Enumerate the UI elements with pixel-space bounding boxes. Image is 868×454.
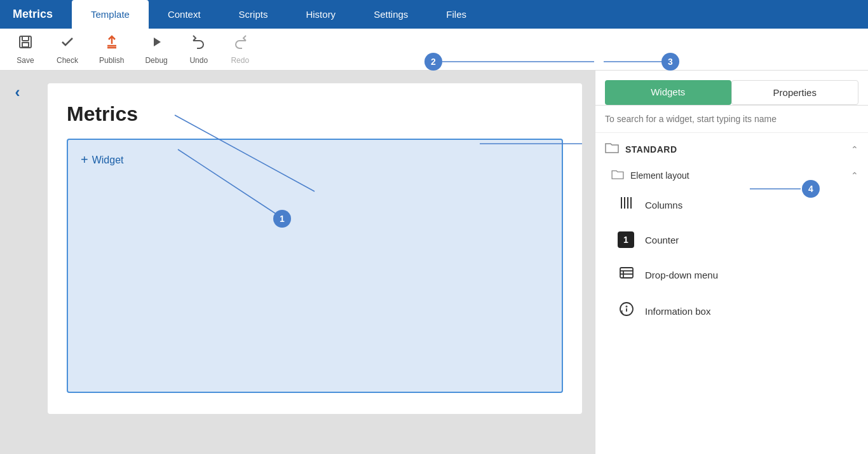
nav-tab-context[interactable]: Context — [149, 0, 220, 29]
svg-rect-1 — [22, 36, 29, 41]
tab-properties[interactable]: Properties — [731, 80, 859, 105]
save-button[interactable]: Save — [6, 29, 44, 70]
widget-item-info-box[interactable]: Information box — [611, 292, 858, 329]
debug-label: Debug — [145, 56, 167, 65]
widget-item-counter[interactable]: 1 Counter — [611, 223, 858, 257]
app-title: Metrics — [6, 8, 72, 21]
page-canvas: Metrics 1 2 + Widget — [48, 83, 582, 414]
undo-label: Undo — [189, 56, 208, 65]
nav-tab-settings[interactable]: Settings — [355, 0, 427, 29]
info-box-icon — [618, 301, 635, 320]
debug-icon — [149, 34, 164, 53]
standard-collapse-icon: ⌃ — [851, 144, 858, 155]
nav-tab-files[interactable]: Files — [427, 0, 485, 29]
svg-rect-2 — [22, 43, 29, 47]
counter-icon: 1 — [618, 231, 635, 248]
annotation-bubble-4-global: 4 — [802, 180, 820, 198]
widget-name-info-box: Information box — [645, 306, 710, 317]
standard-section: STANDARD ⌃ Element layout ⌃ — [595, 133, 868, 329]
page-title: Metrics — [67, 102, 563, 126]
debug-button[interactable]: Debug — [136, 29, 176, 70]
element-layout-title: Element layout — [630, 170, 689, 181]
add-widget-button[interactable]: + Widget — [81, 153, 123, 167]
columns-icon — [618, 196, 635, 214]
top-navigation: Metrics Template Context Scripts History… — [0, 0, 868, 29]
nav-tab-history[interactable]: History — [287, 0, 355, 29]
check-icon — [60, 34, 75, 53]
standard-section-header[interactable]: STANDARD ⌃ — [605, 133, 858, 163]
canvas-area: Metrics 1 2 + Widget — [35, 71, 595, 454]
nav-tab-scripts[interactable]: Scripts — [220, 0, 287, 29]
publish-label: Publish — [99, 56, 124, 65]
back-button[interactable]: ‹ — [0, 71, 35, 454]
redo-button[interactable]: Redo — [221, 29, 259, 70]
svg-point-20 — [627, 306, 627, 307]
save-label: Save — [17, 56, 34, 65]
redo-label: Redo — [231, 56, 249, 65]
check-button[interactable]: Check — [48, 29, 87, 70]
widget-name-counter: Counter — [645, 235, 679, 245]
nav-tab-template[interactable]: Template — [72, 0, 149, 29]
save-icon — [18, 34, 33, 53]
widget-name-dropdown: Drop-down menu — [645, 270, 718, 280]
check-label: Check — [57, 56, 78, 65]
redo-icon — [233, 34, 248, 53]
svg-rect-14 — [620, 268, 633, 278]
widget-search-container — [595, 106, 868, 133]
plus-icon: + — [81, 153, 88, 167]
standard-section-header-left: STANDARD — [605, 142, 677, 156]
undo-button[interactable]: Undo — [180, 29, 218, 70]
widget-list: Columns 1 Counter — [611, 187, 858, 329]
svg-marker-6 — [154, 38, 161, 46]
widget-item-columns[interactable]: Columns — [611, 187, 858, 223]
standard-section-title: STANDARD — [625, 144, 677, 155]
widget-drop-zone[interactable]: + Widget — [67, 139, 563, 393]
standard-folder-icon — [605, 142, 619, 156]
annotation-bubble-2-global: 2 — [424, 53, 442, 71]
undo-icon — [191, 34, 207, 53]
main-area: ‹ Metrics 1 2 + — [0, 71, 868, 454]
back-chevron-icon: ‹ — [15, 83, 20, 101]
panel-tab-bar: Widgets Properties — [595, 71, 868, 106]
widget-search-input[interactable] — [605, 114, 858, 124]
element-layout-collapse-icon: ⌃ — [851, 170, 858, 181]
element-layout-header[interactable]: Element layout ⌃ — [611, 163, 858, 187]
publish-icon — [104, 34, 119, 53]
annotation-bubble-1-global: 1 — [273, 210, 291, 228]
dropdown-icon — [618, 266, 635, 284]
publish-button[interactable]: Publish — [90, 29, 133, 70]
element-layout-folder-icon — [611, 169, 624, 182]
widget-item-dropdown[interactable]: Drop-down menu — [611, 257, 858, 292]
nav-tab-list: Template Context Scripts History Setting… — [72, 0, 485, 29]
widget-name-columns: Columns — [645, 200, 682, 210]
element-layout-subsection: Element layout ⌃ — [605, 163, 858, 329]
annotation-bubble-3-global: 3 — [661, 53, 679, 71]
right-panel: 3 4 Widgets Properties — [595, 71, 868, 454]
tab-widgets[interactable]: Widgets — [605, 80, 731, 105]
